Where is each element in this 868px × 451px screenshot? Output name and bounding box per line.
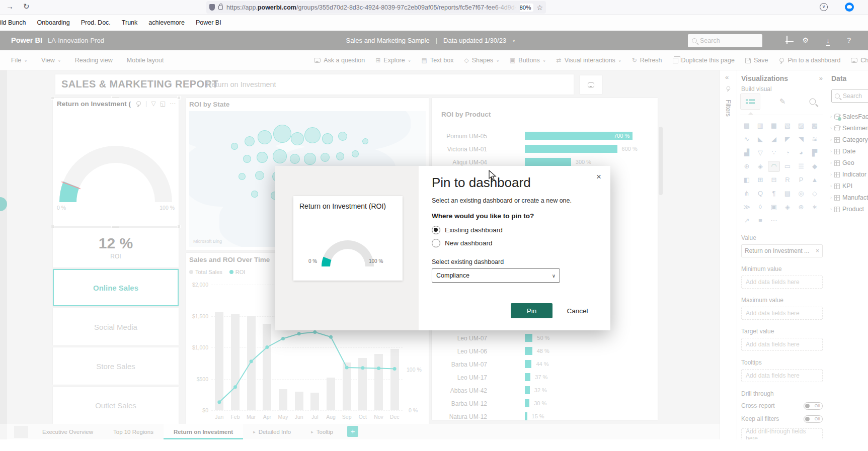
dialog-body: × Pin to dashboard Select an existing da… <box>419 166 610 330</box>
bookmark-label: achievemore <box>148 19 185 26</box>
bookmark-label: ild Bunch <box>0 19 26 26</box>
shield-icon[interactable] <box>209 4 215 11</box>
bookmark-label: Trunk <box>122 19 138 26</box>
preview-tile: Return on Investment (ROI) 0 % 100 % <box>293 196 403 281</box>
browser-toolbar: → ↻ https://app.powerbi.com/groups/355d7… <box>0 0 868 15</box>
address-bar[interactable]: https://app.powerbi.com/groups/355d70d2-… <box>206 1 546 14</box>
url-fade <box>490 1 520 14</box>
dialog-title: Pin to dashboard <box>432 175 531 191</box>
radio-option-label: Existing dashboard <box>445 226 503 234</box>
pin-destination-question: Where would you like to pin to? <box>432 212 534 220</box>
forward-icon[interactable]: → <box>6 2 14 11</box>
screen: → ↻ https://app.powerbi.com/groups/355d7… <box>0 0 868 451</box>
pin-button[interactable]: Pin <box>511 303 553 318</box>
dialog-subtitle: Select an existing dashboard or create a… <box>432 197 572 204</box>
reload-icon[interactable]: ↻ <box>23 2 30 11</box>
bookmark-item[interactable]: Power BI <box>196 19 221 26</box>
mouse-cursor <box>488 170 498 183</box>
bookmark-label: Power BI <box>196 19 221 26</box>
chevron-down-icon: ∨ <box>552 273 556 279</box>
bookmarks-bar: ild Bunch Onboarding Prod. Doc. Trunk <box>0 15 868 31</box>
url-prefix: https://app. <box>226 4 258 11</box>
preview-tile-title: Return on Investment (ROI) <box>299 202 386 210</box>
bookmark-item[interactable]: Prod. Doc. <box>81 19 111 26</box>
preview-gauge-min: 0 % <box>308 258 317 264</box>
radio-button-icon[interactable] <box>432 226 440 234</box>
selected-dashboard-value: Compliance <box>436 272 469 279</box>
bookmark-item[interactable]: Trunk <box>122 19 138 26</box>
close-icon[interactable]: × <box>596 172 601 182</box>
bookmark-item[interactable]: ild Bunch <box>0 19 26 26</box>
bookmark-item[interactable]: Onboarding <box>37 19 69 26</box>
profile-icon[interactable] <box>845 3 854 12</box>
bookmark-label: Onboarding <box>37 19 69 26</box>
cancel-button[interactable]: Cancel <box>559 303 596 318</box>
bookmark-star-icon[interactable]: ☆ <box>536 4 543 12</box>
bookmark-item[interactable]: achievemore <box>148 19 185 26</box>
existing-dashboard-select[interactable]: Compliance ∨ <box>432 268 560 283</box>
radio-option[interactable]: New dashboard <box>432 236 503 249</box>
radio-button-icon[interactable] <box>432 239 440 247</box>
radio-option-label: New dashboard <box>445 239 493 247</box>
lock-icon <box>218 6 223 10</box>
preview-gauge-max: 100 % <box>369 258 383 264</box>
radio-option[interactable]: Existing dashboard <box>432 223 503 236</box>
select-dashboard-label: Select existing dashboard <box>432 258 504 265</box>
url-path: /groups/355d70d2-8d3c-4924-8039-97c2eb09… <box>296 4 516 11</box>
bookmark-label: Prod. Doc. <box>81 19 111 26</box>
dialog-preview-area: Return on Investment (ROI) 0 % 100 % <box>275 166 419 330</box>
url-domain: powerbi.com <box>258 4 296 11</box>
url-text[interactable]: https://app.powerbi.com/groups/355d70d2-… <box>226 4 516 11</box>
pocket-icon[interactable]: ∨ <box>820 3 828 11</box>
pin-to-dashboard-dialog: Return on Investment (ROI) 0 % 100 % × P… <box>275 166 610 330</box>
